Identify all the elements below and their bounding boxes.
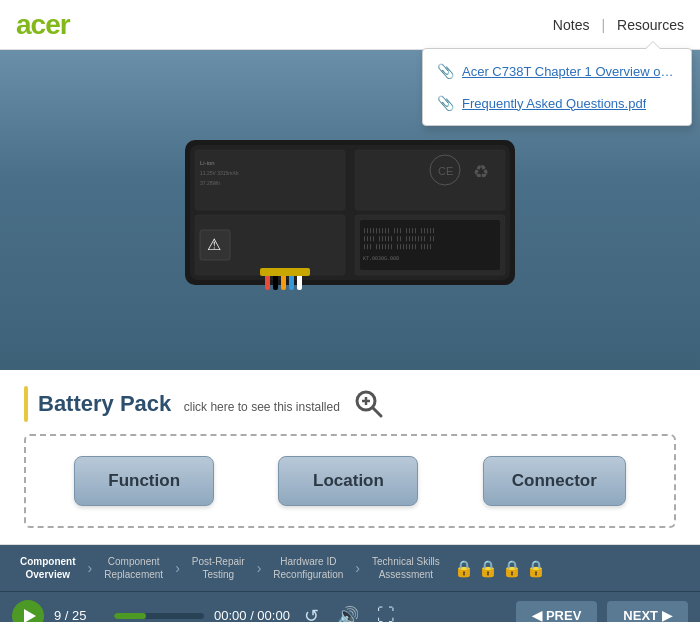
nav-step-sublabel-5: Assessment bbox=[379, 568, 433, 581]
progress-bar bbox=[114, 613, 204, 619]
control-bar: 9 / 25 00:00 / 00:00 ↺ 🔊 ⛶ ◀ PREV NEXT ▶ bbox=[0, 591, 700, 622]
refresh-icon[interactable]: ↺ bbox=[300, 601, 323, 623]
svg-text:||| |||||| ||||||| ||||: ||| |||||| ||||||| |||| bbox=[363, 243, 432, 250]
svg-text:||||||||| ||| |||| |||||: ||||||||| ||| |||| ||||| bbox=[363, 227, 435, 234]
volume-icon[interactable]: 🔊 bbox=[333, 601, 363, 623]
nav-step-post-repair[interactable]: Post-Repair Testing bbox=[182, 545, 255, 591]
nav-step-component-replacement[interactable]: Component Replacement bbox=[94, 545, 173, 591]
svg-text:Li-ion: Li-ion bbox=[200, 160, 215, 166]
resources-dropdown: 📎 Acer C738T Chapter 1 Overview of M... … bbox=[422, 48, 692, 126]
nav-step-sublabel-3: Testing bbox=[202, 568, 234, 581]
zoom-icon bbox=[354, 389, 384, 419]
lock-icon-1: 🔒 bbox=[454, 559, 474, 578]
nav-step-label-5: Technical Skills bbox=[372, 555, 440, 568]
time-display: 00:00 / 00:00 bbox=[214, 608, 290, 622]
zoom-icon-wrap[interactable] bbox=[354, 389, 384, 419]
dropdown-item-1[interactable]: 📎 Acer C738T Chapter 1 Overview of M... bbox=[423, 55, 691, 87]
nav-step-label-1: Component bbox=[20, 555, 76, 568]
nav-arrow-3: › bbox=[255, 560, 264, 576]
nav-step-sublabel-2: Replacement bbox=[104, 568, 163, 581]
nav-bar: Component Overview › Component Replaceme… bbox=[0, 545, 700, 591]
title-accent-bar bbox=[24, 386, 28, 422]
nav-step-label-4: Hardware ID bbox=[280, 555, 336, 568]
svg-text:|||| ||||| || ||||||| ||: |||| ||||| || ||||||| || bbox=[363, 235, 435, 242]
svg-text:37.28Wh: 37.28Wh bbox=[200, 180, 220, 186]
attachment-icon-1: 📎 bbox=[437, 63, 454, 79]
svg-text:♻: ♻ bbox=[473, 162, 489, 182]
progress-bar-fill bbox=[114, 613, 146, 619]
battery-title: Battery Pack click here to see this inst… bbox=[38, 391, 340, 417]
prev-arrow: ◀ bbox=[532, 608, 542, 622]
svg-text:⚠: ⚠ bbox=[207, 236, 221, 253]
svg-text:11.25V  3315mAh: 11.25V 3315mAh bbox=[200, 170, 239, 176]
play-icon bbox=[24, 609, 36, 623]
nav-step-sublabel-1: Overview bbox=[26, 568, 70, 581]
attachment-icon-2: 📎 bbox=[437, 95, 454, 111]
notes-link[interactable]: Notes bbox=[553, 17, 590, 33]
svg-line-29 bbox=[373, 408, 381, 416]
next-button[interactable]: NEXT ▶ bbox=[607, 601, 688, 622]
nav-arrow-4: › bbox=[353, 560, 362, 576]
play-button[interactable] bbox=[12, 600, 44, 623]
logo: acer bbox=[16, 9, 70, 41]
lock-icon-4: 🔒 bbox=[526, 559, 546, 578]
resources-link[interactable]: Resources bbox=[617, 17, 684, 33]
lock-icon-3: 🔒 bbox=[502, 559, 522, 578]
nav-step-technical-skills[interactable]: Technical Skills Assessment bbox=[362, 545, 450, 591]
nav-step-hardware-id[interactable]: Hardware ID Reconfiguration bbox=[263, 545, 353, 591]
dropdown-link-2[interactable]: Frequently Asked Questions.pdf bbox=[462, 96, 646, 111]
nav-step-label-3: Post-Repair bbox=[192, 555, 245, 568]
dropdown-link-1[interactable]: Acer C738T Chapter 1 Overview of M... bbox=[462, 64, 677, 79]
header: acer Notes | Resources 📎 Acer C738T Chap… bbox=[0, 0, 700, 50]
svg-rect-25 bbox=[260, 268, 310, 276]
battery-image-svg: Li-ion 11.25V 3315mAh 37.28Wh CE ♻ acer … bbox=[165, 120, 535, 300]
nav-arrow-1: › bbox=[86, 560, 95, 576]
prev-label: PREV bbox=[546, 608, 581, 622]
nav-divider: | bbox=[601, 17, 605, 33]
lock-icon-2: 🔒 bbox=[478, 559, 498, 578]
svg-text:CE: CE bbox=[438, 165, 453, 177]
install-subtitle[interactable]: click here to see this installed bbox=[184, 400, 340, 414]
nav-arrow-2: › bbox=[173, 560, 182, 576]
fullscreen-icon[interactable]: ⛶ bbox=[373, 601, 399, 622]
feature-buttons-area: Function Location Connector bbox=[24, 434, 676, 528]
slide-counter: 9 / 25 bbox=[54, 608, 104, 622]
nav-step-component-overview[interactable]: Component Overview bbox=[10, 545, 86, 591]
dropdown-item-2[interactable]: 📎 Frequently Asked Questions.pdf bbox=[423, 87, 691, 119]
next-label: NEXT bbox=[623, 608, 658, 622]
prev-button[interactable]: ◀ PREV bbox=[516, 601, 597, 622]
acer-logo-text: acer bbox=[16, 9, 70, 41]
battery-title-text: Battery Pack bbox=[38, 391, 171, 416]
next-arrow: ▶ bbox=[662, 608, 672, 622]
title-row: Battery Pack click here to see this inst… bbox=[24, 386, 676, 422]
function-button[interactable]: Function bbox=[74, 456, 214, 506]
nav-step-sublabel-4: Reconfiguration bbox=[273, 568, 343, 581]
nav-step-label-2: Component bbox=[108, 555, 160, 568]
header-navigation: Notes | Resources bbox=[553, 17, 684, 33]
svg-text:KT.0030G.008: KT.0030G.008 bbox=[363, 255, 399, 261]
content-area: Battery Pack click here to see this inst… bbox=[0, 370, 700, 545]
connector-button[interactable]: Connector bbox=[483, 456, 626, 506]
location-button[interactable]: Location bbox=[278, 456, 418, 506]
